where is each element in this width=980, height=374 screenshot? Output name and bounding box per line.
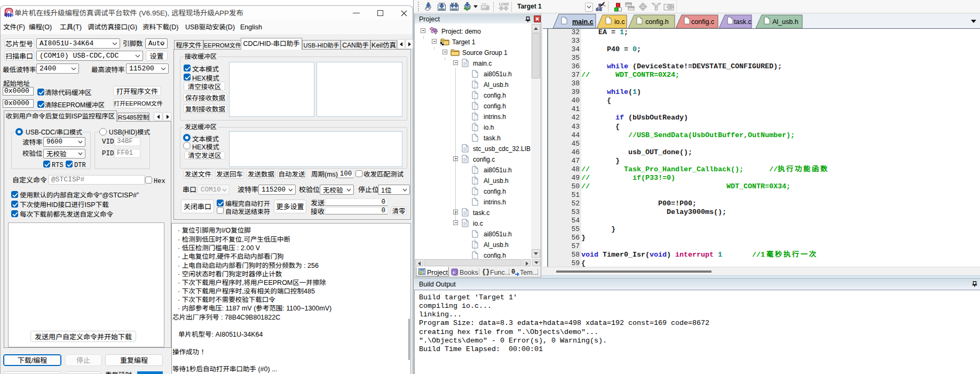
svg-text:io.c: io.c [614,18,625,26]
svg-text:?: ? [453,271,455,275]
svg-text:task.c: task.c [734,18,752,26]
svg-text:config.c: config.c [691,18,714,26]
svg-text:LOAD: LOAD [499,2,509,6]
svg-text:config.h: config.h [645,18,669,26]
svg-text:main.c: main.c [572,18,594,26]
svg-text:Al_usb.h: Al_usb.h [772,18,799,26]
